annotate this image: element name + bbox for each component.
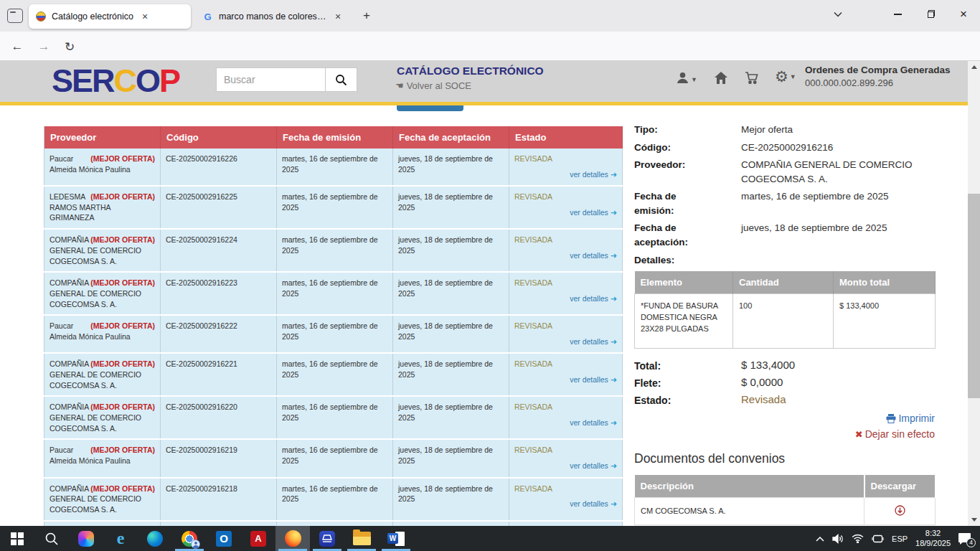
item-elemento: *FUNDA DE BASURA DOMESTICA NEGRA 23X28 P… (635, 294, 733, 349)
window-close-button[interactable]: × (947, 0, 980, 29)
forward-button[interactable]: → (34, 37, 54, 57)
firefox-icon[interactable] (275, 526, 310, 551)
col-proveedor: Proveedor (44, 126, 161, 149)
order-code-cell: CE-20250002916225 (161, 186, 277, 229)
order-provider-cell: (MEJOR OFERTA)COMPAÑIA GENERAL DE COMERC… (44, 478, 161, 521)
window-restore-button[interactable] (914, 0, 947, 29)
caret-down-icon: ▼ (790, 73, 796, 80)
tipo-value: Mejor oferta (741, 123, 935, 137)
adobe-acrobat-icon[interactable]: A (241, 526, 275, 551)
outlook-icon[interactable]: O (207, 526, 241, 551)
notification-center-icon[interactable]: 4 (958, 533, 973, 545)
download-icon[interactable] (895, 505, 905, 516)
x-cancel-icon: ✖ (855, 429, 863, 440)
new-tab-button[interactable]: + (363, 9, 370, 23)
order-items-table: Elemento Cantidad Monto total *FUNDA DE … (634, 271, 936, 349)
speaker-icon[interactable] (832, 534, 844, 544)
best-offer-badge: (MEJOR OFERTA) (90, 445, 155, 456)
settings-menu-button[interactable]: ⚙ ▼ (775, 68, 796, 85)
browser-titlebar: Catálogo electrónico × G marco manos de … (0, 0, 980, 32)
clipped-blue-button[interactable] (397, 105, 463, 111)
clock[interactable]: 8:32 18/9/2025 (915, 529, 951, 549)
order-row: (MEJOR OFERTA)Paucar Almeida Mónica Paul… (44, 315, 623, 353)
tab-close-icon[interactable]: × (142, 11, 148, 22)
arrow-right-icon: ➜ (611, 337, 617, 346)
language-indicator[interactable]: ESP (892, 534, 908, 543)
reload-button[interactable]: ↻ (60, 37, 80, 57)
word-icon[interactable]: W (379, 526, 413, 551)
edge-icon[interactable] (138, 526, 172, 551)
wifi-icon[interactable] (852, 534, 864, 543)
status-badge: REVISADA (514, 192, 617, 202)
user-menu-button[interactable]: ▼ (676, 71, 697, 85)
order-provider-cell: (MEJOR OFERTA)Paucar Almeida Mónica Paul… (44, 439, 161, 477)
scanner-app-icon[interactable] (310, 526, 344, 551)
tab-google-search[interactable]: G marco manos de colores - Busc × (195, 4, 356, 29)
order-provider-cell: (MEJOR OFERTA)COMPAÑIA GENERAL DE COMERC… (44, 353, 161, 396)
docs-table: Descripción Descargar CM COGECOMSA S. A. (634, 475, 936, 525)
detalles-label: Detalles: (634, 253, 741, 268)
scroll-up-arrow[interactable] (968, 61, 980, 73)
order-row: (MEJOR OFERTA)COMPAÑIA GENERAL DE COMERC… (44, 478, 623, 521)
ver-detalles-link[interactable]: ver detalles (570, 499, 608, 508)
file-explorer-icon[interactable] (344, 526, 379, 551)
window-minimize-button[interactable] (881, 0, 914, 29)
order-issue-date-cell: martes, 16 de septiembre de 2025 (277, 149, 393, 186)
system-tray: ESP 8:32 18/9/2025 4 (816, 526, 980, 551)
tab-close-icon[interactable]: × (335, 11, 341, 22)
firefox-view-icon[interactable] (7, 9, 23, 23)
arrow-right-icon: ➜ (611, 251, 617, 260)
ver-detalles-link[interactable]: ver detalles (570, 251, 608, 260)
search-input[interactable] (216, 67, 325, 92)
docs-section-title: Documentos del convenios (634, 451, 935, 466)
search-button[interactable] (325, 67, 357, 92)
start-button[interactable] (0, 526, 34, 551)
ver-detalles-link[interactable]: ver detalles (570, 375, 608, 384)
status-badge: REVISADA (514, 402, 617, 413)
ver-detalles-link[interactable]: ver detalles (570, 208, 608, 217)
order-row: (MEJOR OFERTA)COMPAÑIA GENERAL DE COMERC… (44, 353, 623, 396)
imprimir-link[interactable]: Imprimir (898, 413, 935, 424)
order-status-cell: REVISADA ver detalles ➜ (509, 396, 623, 439)
ver-detalles-link[interactable]: ver detalles (570, 461, 608, 470)
orders-generated-info: Ordenes de Compra Generadas 000.000.002.… (805, 65, 956, 88)
col-descripcion: Descripción (635, 475, 864, 498)
chrome-icon[interactable] (172, 526, 207, 551)
flete-value: $ 0,0000 (741, 376, 783, 390)
ver-detalles-link[interactable]: ver detalles (570, 337, 608, 346)
page-scrollbar[interactable] (968, 61, 980, 526)
tab-catalogo[interactable]: Catálogo electrónico × (29, 4, 191, 29)
order-status-cell: REVISADA ver detalles ➜ (509, 149, 623, 186)
home-icon (714, 71, 728, 85)
back-button[interactable]: ← (7, 37, 27, 57)
fecha-emision-label: Fecha de emisión: (634, 189, 741, 217)
taskbar-search-button[interactable] (34, 526, 69, 551)
hand-pointer-icon: ☚ (395, 80, 404, 91)
dejar-sin-efecto-link[interactable]: Dejar sin efecto (865, 428, 935, 440)
fecha-emision-value: martes, 16 de septiembre de 2025 (741, 189, 935, 217)
copilot-icon[interactable] (69, 526, 103, 551)
scroll-down-arrow[interactable] (968, 514, 980, 526)
col-cantidad: Cantidad (733, 271, 834, 294)
internet-explorer-icon[interactable]: e (103, 526, 138, 551)
cart-button[interactable] (745, 71, 759, 85)
ver-detalles-link[interactable]: ver detalles (570, 170, 608, 179)
volver-al-soce-link[interactable]: ☚Volver al SOCE (395, 80, 471, 91)
order-code-cell: CE-20250002916223 (161, 272, 277, 315)
estado-value: Revisada (741, 393, 786, 408)
meet-now-icon[interactable] (872, 534, 884, 544)
scrollbar-thumb[interactable] (968, 194, 980, 398)
list-all-tabs-chevron-icon[interactable] (821, 0, 854, 29)
ver-detalles-link[interactable]: ver detalles (570, 294, 608, 303)
ver-detalles-link[interactable]: ver detalles (570, 418, 608, 427)
total-value: $ 133,4000 (741, 359, 795, 373)
order-accept-date-cell: jueves, 18 de septiembre de 2025 (393, 149, 509, 186)
status-badge: REVISADA (514, 235, 617, 245)
sercop-logo[interactable]: SERCOP (52, 62, 179, 100)
order-issue-date-cell: martes, 16 de septiembre de 2025 (277, 521, 393, 526)
order-provider-cell: (MEJOR OFERTA)COMPAÑIA GENERAL DE COMERC… (44, 229, 161, 272)
order-row: (MEJOR OFERTA)Paucar Almeida Mónica Paul… (44, 149, 623, 186)
home-button[interactable] (714, 71, 728, 85)
total-label: Total: (634, 359, 741, 373)
tray-chevron-up-icon[interactable] (816, 536, 824, 542)
